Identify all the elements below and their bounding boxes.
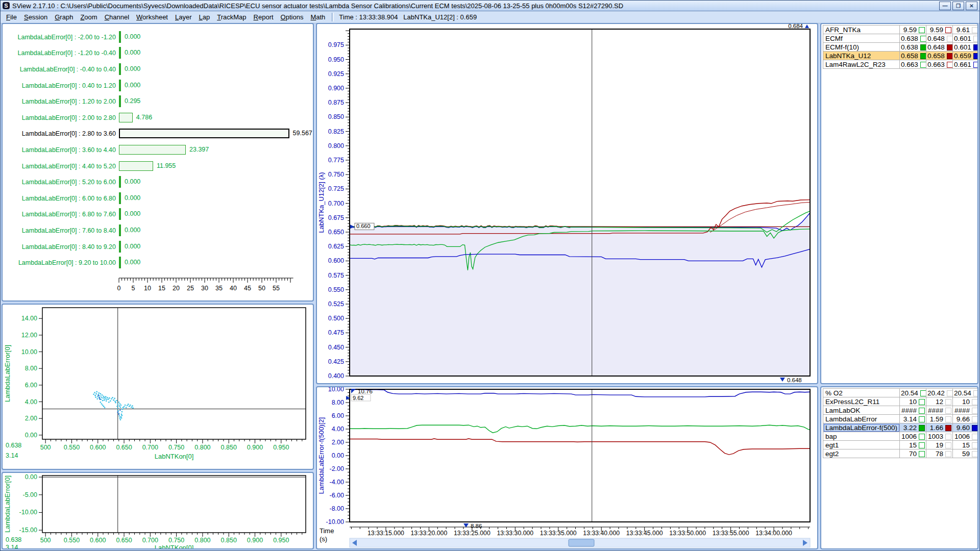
menu-item-math[interactable]: Math <box>307 12 329 22</box>
histogram-row[interactable]: LambdaLabError[0] : 9.20 to 10.000.000 <box>3 255 313 271</box>
svg-text:500: 500 <box>40 537 51 544</box>
trace-swatch <box>919 442 925 448</box>
channel-row-egt1[interactable]: egt1151915 <box>823 441 979 449</box>
histogram-bin-value: 0.000 <box>125 243 140 250</box>
histogram-row[interactable]: LambdaLabError[0] : 6.80 to 7.600.000 <box>3 207 313 223</box>
cursor-marker-value: 9.62 <box>353 395 363 401</box>
x-axis-title: LabNTKon[0] <box>155 544 194 549</box>
channel-row-afr-ntka[interactable]: AFR_NTKa9.599.599.61 <box>823 26 979 34</box>
error-chart-panel[interactable]: -10.00-8.00-6.00-4.00-2.000.002.004.006.… <box>316 386 818 549</box>
histogram-row[interactable]: LambdaLabError[0] : -1.20 to -0.400.000 <box>3 45 313 62</box>
channel-value: 19 <box>926 441 953 449</box>
histogram-bin-value: 23.397 <box>189 146 209 153</box>
svg-text:-4.00: -4.00 <box>330 479 345 486</box>
histogram-row[interactable]: LambdaLabError[0] : 1.20 to 2.000.295 <box>3 93 313 110</box>
histogram-row[interactable]: LambdaLabError[0] : -0.40 to 0.400.000 <box>3 61 313 78</box>
channel-name: ExPressL2C_R11 <box>823 397 900 406</box>
menu-item-layer[interactable]: Layer <box>172 12 195 22</box>
cursor-y-value: 3.14 <box>6 452 18 459</box>
menu-item-channel[interactable]: Channel <box>101 12 133 22</box>
menu-item-file[interactable]: File <box>3 12 20 22</box>
histogram-bin-value: 0.000 <box>125 33 140 40</box>
histogram-row[interactable]: LambdaLabError[0] : 4.40 to 5.2011.955 <box>3 158 313 174</box>
scatter-panel[interactable]: 0.002.004.006.008.0010.0012.0014.005000.… <box>2 304 314 470</box>
menu-item-graph[interactable]: Graph <box>51 12 77 22</box>
restore-button[interactable]: ❐ <box>952 2 964 10</box>
svg-text:35: 35 <box>215 285 223 292</box>
menu-item-report[interactable]: Report <box>250 12 277 22</box>
channel-row-bap[interactable]: bap100610031006 <box>823 432 979 441</box>
channel-value: 0.601 <box>953 43 979 52</box>
histogram-row[interactable]: LambdaLabError[0] : 3.60 to 4.4023.397 <box>3 142 313 158</box>
histogram-row[interactable]: LambdaLabError[0] : -2.00 to -1.200.000 <box>3 29 313 45</box>
histogram-bin-value: 0.000 <box>125 178 140 185</box>
menu-item-options[interactable]: Options <box>277 12 307 22</box>
scatter-panel-2[interactable]: 0.00-5.00-10.00-15.005000.5500.6000.6500… <box>2 472 314 549</box>
histogram-panel[interactable]: LambdaLabError[0] : -2.00 to -1.200.000L… <box>2 23 314 302</box>
histogram-bar <box>119 80 121 91</box>
channel-value: 78 <box>926 449 953 458</box>
svg-text:40: 40 <box>230 285 237 292</box>
histogram-row[interactable]: LambdaLabError[0] : 8.40 to 9.200.000 <box>3 239 313 255</box>
histogram-bar <box>119 31 121 43</box>
histogram-row[interactable]: LambdaLabError[0] : 6.00 to 6.800.000 <box>3 190 313 207</box>
trace-swatch <box>945 425 951 431</box>
trace-LambdaLabError-f500-red <box>350 439 810 455</box>
channel-row-labntka-u12[interactable]: LabNTKa_U120.6580.6580.659 <box>823 52 979 60</box>
trace-swatch <box>945 27 951 33</box>
histogram-bar-area: 0.000 <box>119 257 313 269</box>
histogram-bin-value: 0.000 <box>125 82 140 89</box>
channel-row-expressl2c-r11[interactable]: ExPressL2C_R11101210 <box>823 397 979 406</box>
svg-text:0.700: 0.700 <box>142 444 158 451</box>
channel-table-bottom: % O220.5420.4220.54ExPressL2C_R11101210L… <box>823 388 978 458</box>
trace-swatch <box>972 416 978 422</box>
menu-item-worksheet[interactable]: Worksheet <box>133 12 172 22</box>
histogram-bar-area: 0.000 <box>119 208 313 220</box>
channel-row-ecmf[interactable]: ECMf0.6380.6480.601 <box>823 34 979 43</box>
histogram-bar <box>119 113 133 122</box>
trace-LambdaLabError-f500-blue <box>350 390 810 397</box>
svg-text:0.00: 0.00 <box>25 432 37 439</box>
histogram-row[interactable]: LambdaLabError[0] : 5.20 to 6.000.000 <box>3 174 313 190</box>
channel-table-top-panel: AFR_NTKa9.599.599.61ECMf0.6380.6480.601E… <box>820 23 978 384</box>
close-button[interactable]: ✕ <box>966 2 977 10</box>
channel-row-ecmf-f-10-[interactable]: ECMf-f(10)0.6380.6480.601 <box>823 43 979 52</box>
time-tick-label: 13:33:50.000 <box>669 530 706 537</box>
titlebar[interactable]: S SView 2.17.10 : C:\Users\Public\Docume… <box>1 1 979 11</box>
menu-item-zoom[interactable]: Zoom <box>77 12 101 22</box>
menu-item-trackmap[interactable]: TrackMap <box>213 12 250 22</box>
cursor-status: Time : 13:33:38.904 LabNTKa_U12[2] : 0.6… <box>339 13 477 21</box>
channel-row--o2[interactable]: % O220.5420.4220.54 <box>823 389 979 397</box>
channel-row-lamlabok[interactable]: LamLabOK############ <box>823 406 979 415</box>
min-marker-value: 0.648 <box>787 377 802 383</box>
trace-swatch <box>945 442 951 448</box>
menu-item-lap[interactable]: Lap <box>195 12 214 22</box>
time-tick-label: 13:34:00.000 <box>755 530 792 537</box>
histogram-row[interactable]: LambdaLabError[0] : 2.00 to 2.804.786 <box>3 110 313 126</box>
cursor-x-value: 0.638 <box>6 442 21 449</box>
svg-text:0.550: 0.550 <box>64 537 80 544</box>
histogram-bar-area: 0.295 <box>119 95 313 108</box>
svg-text:50: 50 <box>258 285 265 292</box>
histogram-row[interactable]: LambdaLabError[0] : 0.40 to 1.200.000 <box>3 78 313 94</box>
channel-row-egt2[interactable]: egt2707859 <box>823 449 979 458</box>
channel-value: 0.638 <box>900 34 926 43</box>
svg-text:0.900: 0.900 <box>328 85 344 92</box>
scrollbar-thumb[interactable] <box>569 539 594 546</box>
histogram-row[interactable]: LambdaLabError[0] : 7.60 to 8.400.000 <box>3 222 313 239</box>
histogram-row[interactable]: LambdaLabError[0] : 2.80 to 3.6059.567 <box>3 126 313 142</box>
channel-row-lam4rawl2c-r23[interactable]: Lam4RawL2C_R230.6630.6630.661 <box>823 60 979 69</box>
histogram-bin-value: 4.786 <box>136 114 152 121</box>
channel-row-lambdalaberror-f-500-[interactable]: LambdaLabError-f(500)3.221.669.60 <box>823 423 979 432</box>
menu-item-session[interactable]: Session <box>20 12 51 22</box>
svg-text:0.975: 0.975 <box>328 41 344 48</box>
main-chart-panel[interactable]: 0.4000.4250.4500.4750.5000.5250.5500.575… <box>316 23 818 384</box>
svg-text:-10.00: -10.00 <box>326 518 344 525</box>
minimize-button[interactable]: — <box>939 2 951 10</box>
trace-swatch <box>919 399 925 405</box>
trace-swatch <box>973 62 978 68</box>
channel-row-lambdalaberror[interactable]: LambdaLabError3.141.599.66 <box>823 415 979 423</box>
channel-value: #### <box>953 406 979 415</box>
trace-swatch <box>920 390 926 396</box>
channel-value: 9.60 <box>953 423 979 432</box>
